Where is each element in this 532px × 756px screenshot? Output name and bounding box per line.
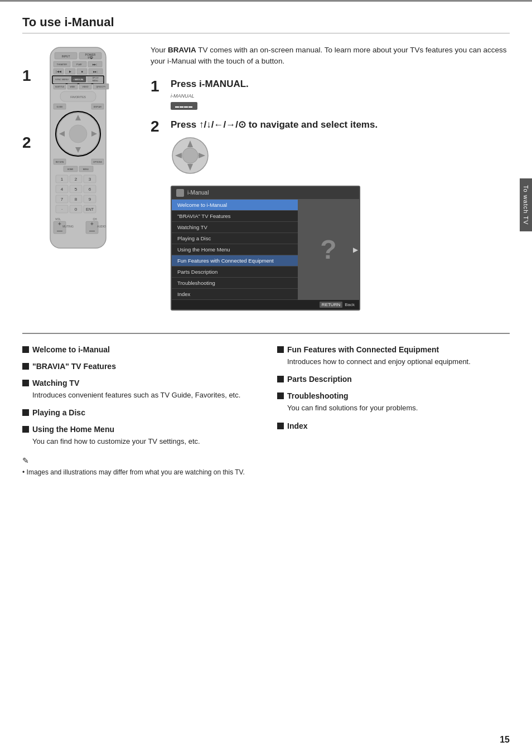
svg-text:—: — <box>89 227 95 234</box>
menu-item-parts[interactable]: Parts Description <box>172 266 298 278</box>
menu-item-troubleshooting[interactable]: Troubleshooting <box>172 278 298 289</box>
note-text: • Images and illustrations may differ fr… <box>22 467 255 477</box>
step-label-1: 1 <box>22 67 31 85</box>
page-title: To use i-Manual <box>22 15 510 33</box>
svg-text:FAVORITES: FAVORITES <box>70 95 86 99</box>
step2-title: Press ↑/↓/←/→/⊙ to navigate and select i… <box>171 119 510 130</box>
feature-fun-title: Fun Features with Connected Equipment <box>277 345 510 354</box>
remote-control-svg: INPUT POWER I/⏻ THEATER PLAY <box>39 45 117 256</box>
step-label-2: 2 <box>22 134 31 152</box>
svg-text:+: + <box>58 221 61 227</box>
feature-watching-desc: Introduces convenient features such as T… <box>32 390 255 401</box>
svg-text:AUDIO: AUDIO <box>97 225 106 228</box>
bullet-icon <box>22 409 29 416</box>
svg-text:SUBTITLE: SUBTITLE <box>55 86 65 88</box>
svg-text:I/⏻: I/⏻ <box>88 56 93 59</box>
svg-text:0: 0 <box>75 207 78 212</box>
feature-home-menu-desc: You can find how to customize your TV se… <box>32 436 255 447</box>
back-label: Back <box>345 302 355 307</box>
svg-text:|◀◀: |◀◀ <box>56 70 61 73</box>
step2-block: 2 Press ↑/↓/←/→/⊙ to navigate and select… <box>151 119 510 311</box>
bottom-left: Welcome to i-Manual "BRAVIA" TV Features… <box>22 345 255 477</box>
step1-title: Press i-MANUAL. <box>171 79 510 90</box>
svg-text:SYNC MENU: SYNC MENU <box>55 78 69 81</box>
menu-item-fun-features[interactable]: Fun Features with Connected Equipment <box>172 255 298 266</box>
feature-troubleshooting-desc: You can find solutions for your problems… <box>287 403 510 414</box>
svg-point-39 <box>69 125 87 143</box>
svg-text:▶▶|: ▶▶| <box>93 70 97 73</box>
section-divider <box>22 333 510 334</box>
feature-disc-title: Playing a Disc <box>22 408 255 417</box>
svg-text:WIDE: WIDE <box>70 86 75 88</box>
bullet-icon <box>22 363 29 370</box>
svg-text:·: · <box>75 190 76 192</box>
return-button[interactable]: RETURN <box>320 302 342 308</box>
svg-text:▶: ▶ <box>69 70 71 73</box>
feature-welcome-title: Welcome to i-Manual <box>22 345 255 354</box>
screen-header-text: i-Manual <box>187 190 209 196</box>
nav-arrows-svg <box>171 136 210 175</box>
svg-text:VIDEO: VIDEO <box>83 86 89 88</box>
feature-welcome: Welcome to i-Manual <box>22 345 255 354</box>
svg-text:HOME: HOME <box>67 168 74 171</box>
svg-text:ENT: ENT <box>86 207 94 211</box>
intro-text: Your BRAVIA TV comes with an on-screen m… <box>151 45 510 67</box>
svg-text:THEATER: THEATER <box>57 63 67 66</box>
bullet-icon <box>22 346 29 353</box>
bullet-icon <box>277 423 284 429</box>
feature-disc: Playing a Disc <box>22 408 255 417</box>
menu-item-disc[interactable]: Playing a Disc <box>172 233 298 244</box>
screen-mockup: i-Manual Welcome to i-Manual "BRAVIA" TV… <box>171 186 360 311</box>
side-tab: To watch TV <box>520 178 532 231</box>
svg-text:MENU: MENU <box>93 80 99 82</box>
remote-svg: INPUT POWER I/⏻ THEATER PLAY <box>39 45 117 258</box>
menu-item-index[interactable]: Index <box>172 289 298 300</box>
feature-troubleshooting: Troubleshooting You can find solutions f… <box>277 391 510 414</box>
screen-footer: RETURN Back <box>172 300 359 309</box>
screen-menu: Welcome to i-Manual "BRAVIA" TV Features… <box>172 200 298 300</box>
menu-item-home-menu[interactable]: Using the Home Menu <box>172 244 298 255</box>
page-number: 15 <box>500 735 510 745</box>
imanual-label: i-MANUAL <box>171 93 510 99</box>
imanual-button[interactable]: ▬▬▬▬ <box>171 102 197 110</box>
svg-text:GUIDE: GUIDE <box>56 106 63 108</box>
step1-block: 1 Press i-MANUAL. i-MANUAL ▬▬▬▬ <box>151 79 510 110</box>
bullet-icon <box>22 380 29 386</box>
feature-watching: Watching TV Introduces convenient featur… <box>22 379 255 401</box>
step1-number: 1 <box>151 79 164 94</box>
step2-number: 2 <box>151 119 164 134</box>
svg-text:+: + <box>90 221 94 227</box>
svg-text:4: 4 <box>61 187 64 192</box>
step2-content: Press ↑/↓/←/→/⊙ to navigate and select i… <box>171 119 510 311</box>
instructions-area: Your BRAVIA TV comes with an on-screen m… <box>151 45 510 319</box>
svg-point-93 <box>182 148 198 163</box>
svg-text:PLAY: PLAY <box>76 63 82 66</box>
feature-troubleshooting-title: Troubleshooting <box>277 391 510 400</box>
svg-text:6: 6 <box>89 187 91 192</box>
bottom-section: Welcome to i-Manual "BRAVIA" TV Features… <box>22 345 510 477</box>
svg-text:QRIOCITY: QRIOCITY <box>96 86 107 88</box>
menu-item-welcome[interactable]: Welcome to i-Manual <box>172 200 298 211</box>
svg-text:8: 8 <box>75 197 78 202</box>
feature-bravia: "BRAVIA" TV Features <box>22 362 255 371</box>
remote-area: 1 2 INPUT POWER I/⏻ <box>22 45 134 319</box>
bottom-right: Fun Features with Connected Equipment In… <box>277 345 510 477</box>
menu-item-bravia[interactable]: "BRAVIA" TV Features <box>172 211 298 222</box>
svg-text:OP LIV: OP LIV <box>92 77 99 79</box>
nav-arrows-visual <box>171 136 510 177</box>
screen-icon <box>176 189 184 197</box>
feature-fun-desc: Introduces how to connect and enjoy opti… <box>287 356 510 367</box>
svg-text:1: 1 <box>61 177 64 182</box>
svg-text:2: 2 <box>75 177 78 182</box>
feature-parts: Parts Description <box>277 375 510 384</box>
feature-home-menu-title: Using the Home Menu <box>22 425 255 434</box>
screen-right-panel: ? ▶ <box>298 200 359 300</box>
feature-fun: Fun Features with Connected Equipment In… <box>277 345 510 367</box>
note-section: ✎ • Images and illustrations may differ … <box>22 456 255 477</box>
svg-text:—: — <box>57 227 62 234</box>
feature-home-menu: Using the Home Menu You can find how to … <box>22 425 255 447</box>
menu-item-watching[interactable]: Watching TV <box>172 222 298 233</box>
brand-name: BRAVIA <box>168 46 196 54</box>
svg-text:3: 3 <box>89 177 91 182</box>
svg-text:RETURN: RETURN <box>56 161 64 163</box>
